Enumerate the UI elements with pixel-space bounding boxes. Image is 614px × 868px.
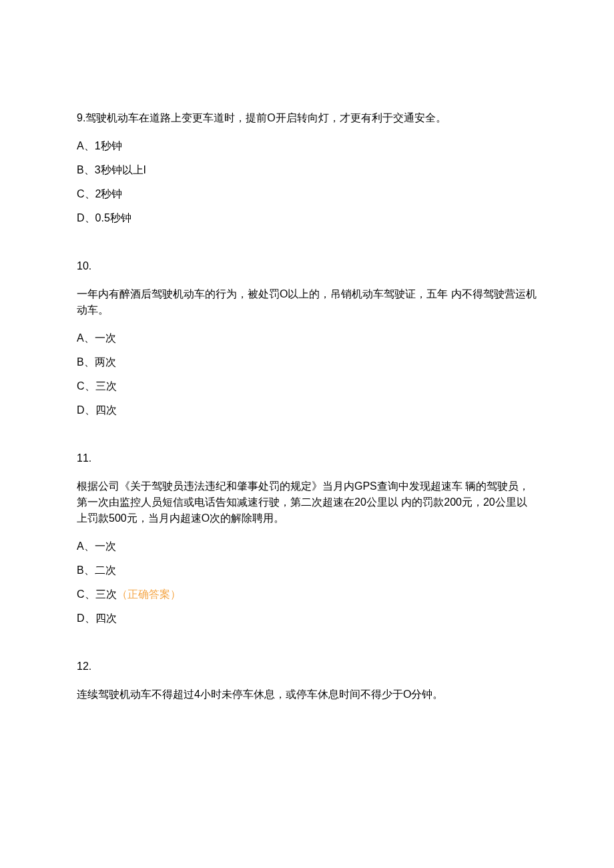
question-11-text: 根据公司《关于驾驶员违法违纪和肇事处罚的规定》当月内GPS查询中发现超速车 辆的… (77, 478, 537, 526)
question-10-number: 10. (77, 258, 537, 274)
question-12: 12. 连续驾驶机动车不得超过4小时未停车休息，或停车休息时间不得少于O分钟。 (77, 659, 537, 703)
question-9-option-a: A、1秒钟 (77, 138, 537, 154)
question-10-option-a: A、一次 (77, 330, 537, 346)
question-11-option-d: D、四次 (77, 610, 537, 626)
question-11: 11. 根据公司《关于驾驶员违法违纪和肇事处罚的规定》当月内GPS查询中发现超速… (77, 450, 537, 626)
question-9-text: 9.驾驶机动车在道路上变更车道时，提前O开启转向灯，才更有利于交通安全。 (77, 110, 537, 126)
question-11-number: 11. (77, 450, 537, 466)
question-12-number: 12. (77, 659, 537, 675)
question-9: 9.驾驶机动车在道路上变更车道时，提前O开启转向灯，才更有利于交通安全。 A、1… (77, 110, 537, 226)
question-9-number: 9. (77, 112, 85, 123)
question-11-option-c-label: C、三次 (77, 588, 117, 600)
question-9-body: 驾驶机动车在道路上变更车道时，提前O开启转向灯，才更有利于交通安全。 (85, 112, 446, 123)
question-10-option-b: B、两次 (77, 354, 537, 370)
question-11-option-c: C、三次（正确答案） (77, 586, 537, 602)
question-9-option-d: D、0.5秒钟 (77, 210, 537, 226)
question-10-text: 一年内有醉酒后驾驶机动车的行为，被处罚O以上的，吊销机动车驾驶证，五年 内不得驾… (77, 286, 537, 318)
question-9-option-c: C、2秒钟 (77, 186, 537, 202)
question-10-option-d: D、四次 (77, 402, 537, 418)
question-9-option-b: B、3秒钟以上I (77, 162, 537, 178)
question-10: 10. 一年内有醉酒后驾驶机动车的行为，被处罚O以上的，吊销机动车驾驶证，五年 … (77, 258, 537, 418)
question-10-option-c: C、三次 (77, 378, 537, 394)
question-11-option-a: A、一次 (77, 538, 537, 554)
question-12-text: 连续驾驶机动车不得超过4小时未停车休息，或停车休息时间不得少于O分钟。 (77, 687, 537, 703)
question-11-option-b: B、二次 (77, 562, 537, 578)
question-11-option-c-correct: （正确答案） (117, 588, 181, 600)
